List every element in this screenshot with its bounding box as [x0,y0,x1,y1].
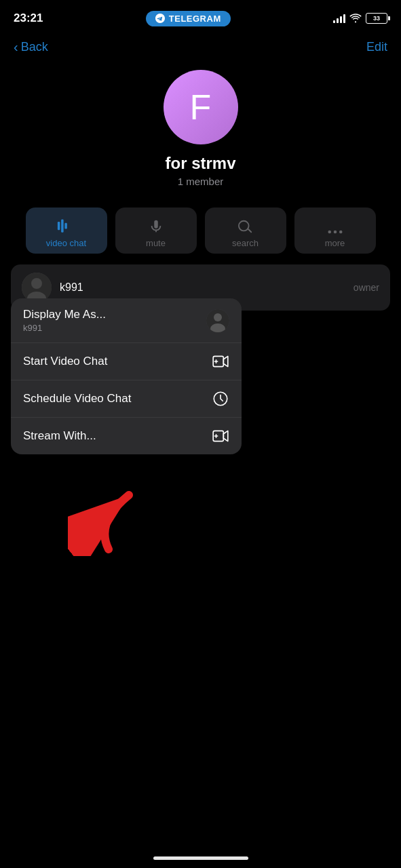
back-button[interactable]: ‹ Back [14,39,48,55]
back-chevron-icon: ‹ [14,39,18,55]
svg-point-5 [339,231,342,234]
profile-section: F for strmv 1 member [0,63,401,201]
wifi-icon [349,14,362,23]
svg-point-7 [31,278,42,289]
member-info: k991 [60,281,83,294]
action-label-more: more [325,238,345,248]
red-arrow [68,475,176,556]
action-label-search: search [232,238,259,248]
action-button-search[interactable]: search [205,208,286,254]
video-chat-icon [57,219,76,234]
dropdown-item-title-display: Display Me As... [23,308,106,321]
stream-with-icon [212,427,229,445]
dropdown-item-stream-with[interactable]: Stream With... [11,418,242,454]
status-bar: 23:21 TELEGRAM 33 [0,0,401,34]
status-time: 23:21 [14,12,43,25]
dropdown-item-subtitle-display: k991 [23,323,106,333]
svg-rect-2 [64,223,67,229]
member-name: k991 [60,281,83,294]
action-button-mute[interactable]: mute [115,208,197,254]
telegram-icon [155,14,165,23]
action-label-mute: mute [146,238,166,248]
battery-icon: 33 [366,13,387,24]
dropdown-item-title-stream: Stream With... [23,429,96,443]
telegram-pill: TELEGRAM [146,11,231,26]
svg-point-10 [214,313,222,321]
action-label-video-chat: video chat [46,238,86,248]
edit-button[interactable]: Edit [366,40,387,54]
dropdown-item-start-video-chat[interactable]: Start Video Chat [11,343,242,380]
action-button-video-chat[interactable]: video chat [26,208,107,254]
nav-bar: ‹ Back Edit [0,34,401,63]
action-buttons-row: video chat mute search more [0,201,401,264]
dropdown-item-title-start: Start Video Chat [23,355,107,368]
telegram-label: TELEGRAM [169,14,221,24]
more-icon [328,230,343,234]
schedule-video-chat-icon [212,390,229,408]
dropdown-item-title-schedule: Schedule Video Chat [23,392,131,406]
dropdown-item-display-me-as[interactable]: Display Me As... k991 [11,298,242,343]
avatar: F [164,70,238,144]
profile-name: for strmv [165,154,235,173]
display-me-as-avatar [206,309,229,332]
status-icons: 33 [333,13,387,24]
svg-point-3 [328,231,331,234]
svg-point-4 [333,231,337,234]
user-avatar-image [206,309,229,332]
dropdown-item-left: Display Me As... k991 [23,308,106,333]
signal-icon [333,14,345,23]
svg-rect-0 [57,222,60,230]
dropdown-menu: Display Me As... k991 Start Video Chat S… [11,298,242,454]
avatar-letter: F [190,87,212,127]
dropdown-item-schedule-video-chat[interactable]: Schedule Video Chat [11,380,242,418]
search-icon [238,219,253,234]
action-button-more[interactable]: more [294,208,376,254]
mute-icon [149,219,164,234]
profile-members: 1 member [178,176,224,187]
svg-rect-1 [61,220,64,233]
back-label: Back [21,40,48,54]
start-video-chat-icon [212,353,229,370]
home-indicator [153,856,248,860]
member-role: owner [354,282,379,293]
